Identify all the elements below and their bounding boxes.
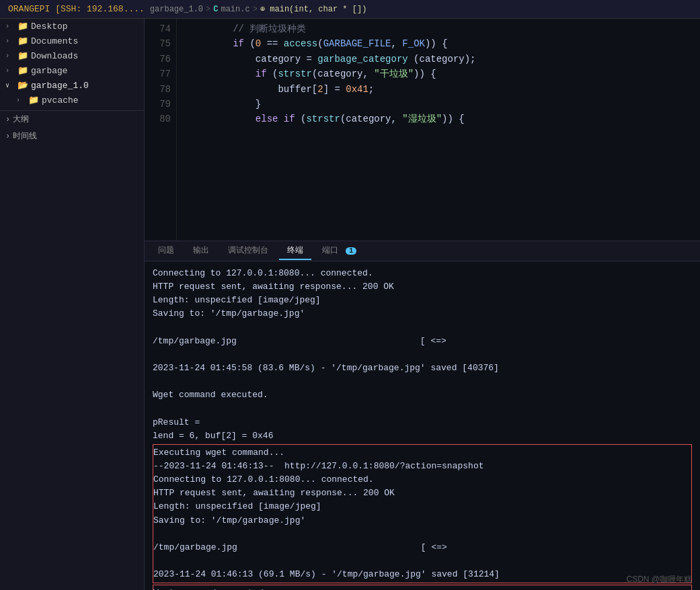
sidebar-item-downloads[interactable]: › 📁 Downloads [0, 48, 144, 63]
terminal-highlighted-block-2: Wget command executed. 干垃圾 pResult = 干垃圾 [153, 585, 692, 590]
terminal-line: Length: unspecified [image/jpeg] [153, 294, 692, 307]
code-line-74: // 判断垃圾种类 [188, 22, 689, 36]
terminal-highlighted-block-1: Executing wget command... --2023-11-24 0… [153, 444, 692, 583]
folder-open-icon: 📂 [17, 80, 28, 91]
terminal-line: /tmp/garbage.jpg [ <=> [153, 335, 692, 348]
folder-icon: 📁 [17, 65, 28, 76]
chevron-right-icon: › [5, 67, 16, 75]
terminal-line: 2023-11-24 01:45:58 (83.6 MB/s) - '/tmp/… [153, 362, 692, 375]
chevron-down-icon: ∨ [5, 81, 16, 89]
window-title: ORANGEPI [SSH: 192.168.... [8, 4, 145, 14]
terminal-line: pResult = [153, 416, 692, 429]
terminal-line: 2023-11-24 01:46:13 (69.1 MB/s) - '/tmp/… [153, 568, 691, 581]
line-num: 78 [150, 82, 171, 97]
code-line-79: } [188, 97, 689, 112]
sidebar-section-outline[interactable]: › 大纲 [0, 111, 144, 128]
line-num: 76 [150, 52, 171, 67]
sidebar-item-desktop[interactable]: › 📁 Desktop [0, 19, 144, 34]
folder-icon: 📁 [28, 95, 39, 106]
terminal-line [153, 348, 692, 362]
terminal-line: lend = 6, buf[2] = 0x46 [153, 429, 692, 443]
line-num: 74 [150, 22, 171, 36]
terminal-line: Executing wget command... [153, 446, 691, 460]
line-num: 80 [150, 112, 171, 126]
folder-icon: 📁 [17, 21, 28, 32]
terminal-line: --2023-11-24 01:46:13-- http://127.0.0.1… [153, 460, 691, 473]
chevron-right-icon: › [5, 38, 16, 45]
terminal-line [153, 375, 692, 388]
tab-ports[interactable]: 端口 1 [314, 242, 364, 260]
watermark: CSDN @咖喱年糕 [626, 573, 692, 586]
terminal-line [153, 402, 692, 415]
terminal-line: HTTP request sent, awaiting response... … [153, 487, 691, 500]
folder-icon: 📁 [17, 36, 28, 46]
terminal-line: Length: unspecified [image/jpeg] [153, 500, 691, 513]
terminal-line: Connecting to 127.0.0.1:8080... connecte… [153, 473, 691, 487]
title-bar: ORANGEPI [SSH: 192.168.... garbage_1.0 >… [0, 0, 700, 19]
line-num: 79 [150, 97, 171, 112]
panel-area: 问题 输出 调试控制台 终端 端口 1 Connecting to 127.0.… [145, 241, 700, 590]
sidebar: › 📁 Desktop › 📁 Documents › 📁 Downloads … [0, 19, 145, 590]
code-line-75: if (0 == access(GARBAGE_FILE, F_OK)) { [188, 36, 689, 51]
chevron-right-icon: › [5, 52, 16, 60]
code-line-78: buffer[2] = 0x41; [188, 82, 689, 97]
terminal-line: Saving to: '/tmp/garbage.jpg' [153, 307, 692, 321]
tab-output[interactable]: 输出 [185, 242, 217, 260]
code-line-80: else if (strstr(category, "湿垃圾")) { [188, 112, 689, 126]
terminal-line: /tmp/garbage.jpg [ <=> [153, 541, 691, 554]
terminal-line: Connecting to 127.0.0.1:8080... connecte… [153, 267, 692, 280]
sidebar-item-pvcache[interactable]: › 📁 pvcache [0, 93, 144, 108]
panel-tabs: 问题 输出 调试控制台 终端 端口 1 [145, 241, 700, 261]
terminal-line [153, 321, 692, 335]
sidebar-item-garbage[interactable]: › 📁 garbage [0, 63, 144, 78]
sidebar-section-timeline[interactable]: › 时间线 [0, 128, 144, 144]
line-num: 75 [150, 36, 171, 51]
port-badge: 1 [346, 247, 356, 255]
code-view: 74 75 76 77 78 79 80 // 判断垃圾种类 if (0 == … [145, 19, 700, 241]
code-line-76: category = garbage_category (category); [188, 52, 689, 67]
main-area: › 📁 Desktop › 📁 Documents › 📁 Downloads … [0, 19, 700, 590]
terminal-line: HTTP request sent, awaiting response... … [153, 280, 692, 294]
terminal-line [153, 554, 691, 568]
chevron-right-icon: › [16, 97, 27, 104]
tab-debug-console[interactable]: 调试控制台 [220, 242, 276, 260]
line-numbers: 74 75 76 77 78 79 80 [145, 19, 177, 241]
chevron-right-icon: › [5, 132, 10, 141]
breadcrumb: garbage_1.0 > C main.c > ⊕ main(int, cha… [150, 4, 367, 14]
code-line-77: if (strstr(category, "干垃圾")) { [188, 67, 689, 81]
code-content[interactable]: // 判断垃圾种类 if (0 == access(GARBAGE_FILE, … [177, 19, 700, 241]
sidebar-item-documents[interactable]: › 📁 Documents [0, 34, 144, 48]
terminal-line: Wget command executed. [153, 388, 692, 402]
sidebar-item-garbage10[interactable]: ∨ 📂 garbage_1.0 [0, 78, 144, 93]
terminal-line: Wget command executed. [153, 587, 691, 590]
tab-terminal[interactable]: 终端 [279, 242, 311, 260]
line-num: 77 [150, 67, 171, 81]
tab-problems[interactable]: 问题 [150, 242, 182, 260]
chevron-right-icon: › [5, 23, 16, 30]
editor-area: 74 75 76 77 78 79 80 // 判断垃圾种类 if (0 == … [145, 19, 700, 590]
chevron-right-icon: › [5, 115, 10, 124]
terminal-line [153, 528, 691, 541]
folder-icon: 📁 [17, 50, 28, 61]
terminal-content[interactable]: Connecting to 127.0.0.1:8080... connecte… [145, 261, 700, 590]
terminal-line: Saving to: '/tmp/garbage.jpg' [153, 514, 691, 528]
